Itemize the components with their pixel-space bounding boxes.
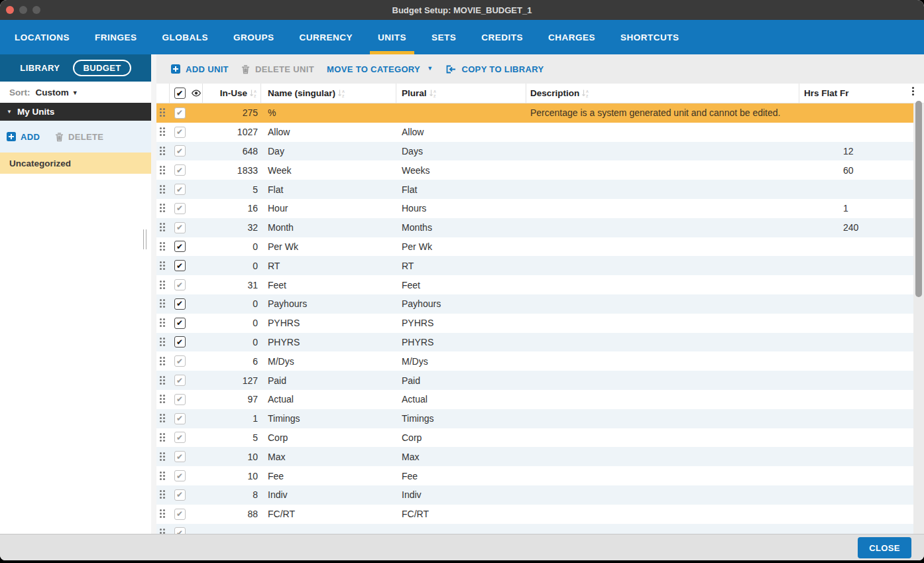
cell-name[interactable]: Flat (261, 184, 396, 195)
cell-name[interactable]: Day (261, 146, 396, 156)
column-header-hrs-flat-fr[interactable]: Hrs Flat Fr (799, 88, 901, 98)
cell-name[interactable]: RT (261, 261, 396, 271)
add-category-button[interactable]: ADD (21, 132, 40, 142)
tab-credits[interactable]: CREDITS (481, 20, 523, 54)
row-checkbox[interactable] (174, 394, 186, 405)
cell-plural[interactable]: Max (396, 452, 526, 462)
table-row[interactable]: 127 Paid Paid (156, 371, 924, 390)
table-row[interactable]: 0 PHYRS PHYRS (156, 333, 924, 352)
cell-plural[interactable]: M/Dys (396, 356, 526, 367)
table-row[interactable]: 5 Corp Corp (156, 428, 924, 448)
table-row[interactable]: 10 Fee Fee (156, 466, 924, 485)
drag-handle-icon[interactable] (160, 357, 166, 366)
row-checkbox[interactable] (174, 413, 186, 424)
drag-handle-icon[interactable] (160, 452, 166, 462)
cell-plural[interactable]: Feet (396, 280, 526, 290)
row-checkbox[interactable] (174, 184, 186, 195)
row-checkbox[interactable] (174, 489, 186, 501)
cell-name[interactable]: M/Dys (261, 356, 396, 367)
row-checkbox[interactable] (174, 355, 186, 367)
cell-hrs[interactable]: 240 (799, 222, 901, 233)
cell-name[interactable]: Max (261, 452, 396, 462)
visibility-column-header[interactable] (190, 84, 203, 103)
column-header-name[interactable]: Name (singular) AZ (261, 84, 396, 103)
drag-handle-icon[interactable] (160, 414, 166, 423)
sidebar-resize-handle[interactable] (143, 229, 146, 249)
table-row[interactable]: 32 Month Months 240 (156, 218, 924, 237)
row-checkbox[interactable] (174, 375, 186, 386)
cell-plural[interactable]: Corp (396, 432, 526, 443)
tab-sets[interactable]: SETS (432, 20, 456, 54)
table-row[interactable]: 31 Feet Feet (156, 275, 924, 294)
drag-handle-icon[interactable] (160, 395, 166, 404)
cell-name[interactable]: Actual (261, 394, 396, 405)
row-checkbox[interactable] (174, 127, 186, 138)
tab-groups[interactable]: GROUPS (233, 20, 274, 54)
cell-hrs[interactable]: 12 (799, 146, 901, 156)
table-row[interactable]: 275 % Percentage is a system generated u… (156, 103, 924, 123)
table-scrollbar-thumb[interactable] (915, 101, 922, 297)
cell-name[interactable]: Month (261, 222, 396, 233)
row-checkbox[interactable] (174, 336, 186, 347)
cell-description[interactable]: Percentage is a system generated unit an… (526, 107, 799, 118)
cell-plural[interactable]: PYHRS (396, 318, 526, 328)
cell-name[interactable]: Feet (261, 280, 396, 290)
zoom-window-icon[interactable] (32, 6, 40, 14)
table-row[interactable] (156, 524, 924, 534)
row-checkbox[interactable] (174, 260, 186, 271)
row-checkbox[interactable] (174, 432, 186, 443)
cell-plural[interactable]: Paid (396, 375, 526, 386)
row-checkbox[interactable] (174, 470, 186, 481)
minimize-window-icon[interactable] (19, 6, 27, 14)
cell-name[interactable]: FC/RT (261, 509, 396, 519)
drag-handle-icon[interactable] (160, 490, 166, 499)
cell-name[interactable]: Week (261, 165, 396, 176)
cell-plural[interactable]: Allow (396, 127, 526, 137)
sort-dropdown[interactable]: Custom▼ (36, 88, 78, 97)
drag-handle-icon[interactable] (160, 185, 166, 194)
drag-handle-icon[interactable] (160, 338, 166, 347)
column-header-description[interactable]: Description AZ (526, 84, 799, 103)
cell-plural[interactable]: Payhours (396, 298, 526, 309)
drag-handle-icon[interactable] (160, 471, 166, 481)
tab-locations[interactable]: LOCATIONS (15, 20, 70, 54)
cell-name[interactable]: Indiv (261, 489, 396, 500)
drag-handle-icon[interactable] (160, 204, 166, 213)
row-checkbox[interactable] (174, 527, 186, 534)
cell-name[interactable]: Timings (261, 413, 396, 424)
drag-handle-icon[interactable] (160, 242, 166, 251)
drag-handle-icon[interactable] (160, 223, 166, 232)
cell-name[interactable]: Paid (261, 375, 396, 386)
cell-plural[interactable]: Timings (396, 413, 526, 424)
table-row[interactable]: 0 Payhours Payhours (156, 294, 924, 314)
cell-plural[interactable]: FC/RT (396, 509, 526, 519)
drag-handle-icon[interactable] (160, 108, 166, 117)
cell-name[interactable]: Corp (261, 432, 396, 443)
cell-name[interactable]: % (261, 107, 396, 118)
delete-category-button[interactable]: DELETE (68, 132, 103, 142)
table-row[interactable]: 0 PYHRS PYHRS (156, 314, 924, 333)
add-unit-button[interactable]: ADD UNIT (171, 64, 229, 74)
cell-name[interactable]: PYHRS (261, 318, 396, 328)
close-button[interactable]: CLOSE (858, 537, 911, 558)
drag-handle-icon[interactable] (160, 376, 166, 385)
drag-handle-icon[interactable] (160, 281, 166, 290)
move-to-category-dropdown[interactable]: MOVE TO CATEGORY ▼ (327, 64, 433, 74)
cell-name[interactable]: Fee (261, 471, 396, 481)
cell-hrs[interactable]: 60 (799, 165, 901, 176)
tab-globals[interactable]: GLOBALS (162, 20, 209, 54)
row-checkbox[interactable] (174, 107, 186, 119)
drag-handle-icon[interactable] (160, 147, 166, 156)
drag-handle-icon[interactable] (160, 433, 166, 442)
cell-plural[interactable]: Indiv (396, 489, 526, 500)
tab-fringes[interactable]: FRINGES (95, 20, 137, 54)
table-row[interactable]: 10 Max Max (156, 447, 924, 466)
drag-handle-icon[interactable] (160, 529, 166, 534)
drag-handle-icon[interactable] (160, 318, 166, 328)
column-header-in-use[interactable]: In-Use AZ (203, 84, 261, 103)
tab-charges[interactable]: CHARGES (548, 20, 595, 54)
column-header-plural[interactable]: Plural AZ (396, 84, 526, 103)
tab-currency[interactable]: CURRENCY (300, 20, 353, 54)
cell-plural[interactable]: Weeks (396, 165, 526, 176)
cell-name[interactable]: Allow (261, 127, 396, 137)
